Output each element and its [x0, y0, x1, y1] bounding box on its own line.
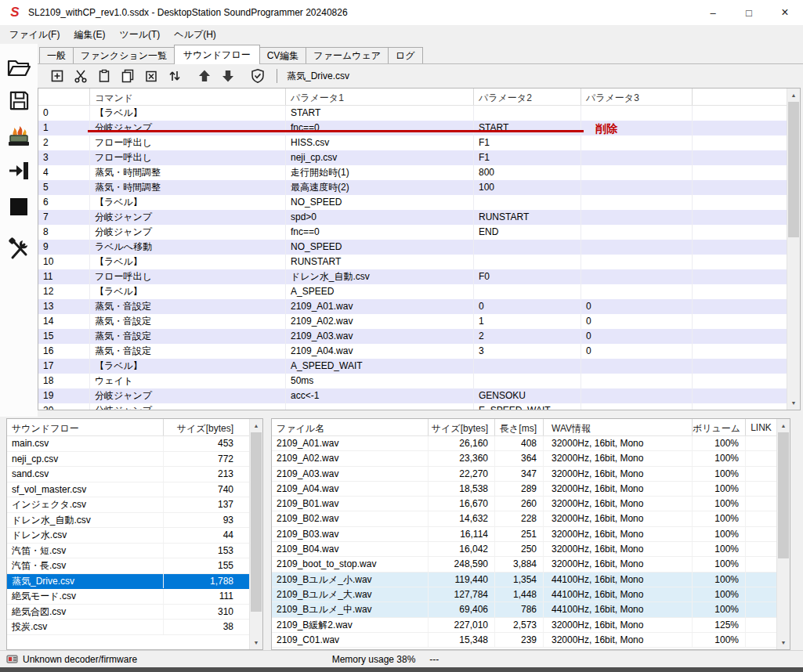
header-flow-size[interactable]: サイズ[bytes]: [164, 419, 249, 435]
flow-row-12[interactable]: 12【ラベル】A_SPEED: [38, 284, 787, 299]
wav-table-scrollbar[interactable]: ▲ ▼: [776, 419, 790, 649]
scrollbar-thumb[interactable]: [788, 102, 799, 237]
open-file-button[interactable]: [5, 53, 33, 81]
cut-button[interactable]: [71, 67, 90, 85]
header-sound-flow[interactable]: サウンドフロー: [7, 419, 164, 435]
scroll-up-icon[interactable]: ▲: [787, 89, 800, 102]
move-down-button[interactable]: [219, 67, 237, 85]
sound-flow-row[interactable]: sand.csv213: [7, 467, 249, 482]
paste-button[interactable]: [95, 67, 114, 85]
flow-row-17[interactable]: 17【ラベル】A_SPEED_WAIT: [38, 359, 787, 374]
sound-flow-row[interactable]: 汽笛・短.csv153: [7, 544, 249, 559]
flow-row-4[interactable]: 4蒸気・時間調整走行開始時(1)800: [38, 165, 787, 180]
wav-file-row[interactable]: 2109_Bユルメ_中.wav69,40678644100Hz, 16bit, …: [272, 602, 776, 617]
wav-file-row[interactable]: 2109_B04.wav16,04225032000Hz, 16bit, Mon…: [272, 542, 776, 557]
flow-row-19[interactable]: 19分岐ジャンプacc<-1GENSOKU: [38, 388, 787, 403]
flow-row-2[interactable]: 2フロー呼出しHISS.csvF1: [38, 135, 787, 150]
header-wav-info[interactable]: WAV情報: [544, 419, 693, 435]
sound-flow-row[interactable]: neji_cp.csv772: [7, 452, 249, 468]
header-volume[interactable]: ボリューム: [693, 419, 746, 435]
flow-row-6[interactable]: 6【ラベル】NO_SPEED: [38, 195, 787, 210]
flow-table-scrollbar[interactable]: ▲ ▼: [787, 89, 800, 410]
sound-flow-row[interactable]: 投炭.csv38: [7, 620, 249, 635]
flow-row-8[interactable]: 8分岐ジャンプfnc==0END: [38, 225, 787, 240]
close-button[interactable]: ×: [767, 0, 803, 25]
flow-row-14[interactable]: 14蒸気・音設定2109_A02.wav10: [38, 314, 787, 329]
menu-help[interactable]: ヘルプ(H): [167, 26, 223, 44]
wav-file-row[interactable]: 2109_A01.wav26,16040832000Hz, 16bit, Mon…: [272, 436, 776, 451]
wav-file-row[interactable]: 2109_C01.wav15,34823932000Hz, 16bit, Mon…: [272, 633, 776, 648]
tab-sound-flow[interactable]: サウンドフロー: [174, 45, 260, 64]
export-button[interactable]: [5, 157, 33, 185]
wav-file-row[interactable]: 2109_A04.wav18,53828932000Hz, 16bit, Mon…: [272, 482, 776, 497]
wav-file-row[interactable]: 2109_A03.wav22,27034732000Hz, 16bit, Mon…: [272, 467, 776, 482]
header-wav-size[interactable]: サイズ[bytes]: [429, 419, 495, 435]
minimize-button[interactable]: –: [695, 0, 731, 25]
scroll-down-icon[interactable]: ▼: [250, 636, 262, 649]
menu-file[interactable]: ファイル(F): [2, 26, 67, 44]
flow-row-20[interactable]: 20分岐ジャンプE_SPEED_WAIT: [38, 403, 787, 410]
wav-file-row[interactable]: 2109_B緩解2.wav227,0102,57332000Hz, 16bit,…: [272, 618, 776, 633]
flow-row-5[interactable]: 5蒸気・時間調整最高速度時(2)100: [38, 180, 787, 195]
add-row-button[interactable]: [48, 67, 67, 85]
flow-list-scrollbar[interactable]: ▲ ▼: [249, 419, 262, 649]
scroll-down-icon[interactable]: ▼: [787, 396, 800, 410]
scrollbar-thumb[interactable]: [251, 432, 262, 612]
tab-cv-edit[interactable]: CV編集: [259, 47, 307, 63]
move-up-button[interactable]: [195, 67, 214, 85]
tab-firmware[interactable]: ファームウェア: [306, 47, 389, 63]
sound-flow-row[interactable]: ドレン水_自動.csv93: [7, 513, 249, 529]
menu-tools[interactable]: ツール(T): [112, 26, 167, 44]
flow-row-10[interactable]: 10【ラベル】RUNSTART: [38, 255, 787, 269]
sound-flow-row[interactable]: 汽笛・長.csv155: [7, 558, 249, 574]
flow-row-16[interactable]: 16蒸気・音設定2109_A04.wav30: [38, 344, 787, 359]
sound-flow-row[interactable]: 絶気合図.csv310: [7, 605, 249, 620]
header-link[interactable]: LINK: [746, 419, 776, 435]
maximize-button[interactable]: □: [731, 0, 767, 25]
tab-general[interactable]: 一般: [39, 47, 74, 63]
header-wav-length[interactable]: 長さ[ms]: [495, 419, 544, 435]
flow-row-11[interactable]: 11フロー呼出しドレン水_自動.csvF0: [38, 269, 787, 284]
flow-row-0[interactable]: 0【ラベル】START: [38, 106, 787, 121]
sound-flow-row[interactable]: 蒸気_Drive.csv1,788: [7, 574, 249, 590]
wav-file-row[interactable]: 2109_B03.wav16,11425132000Hz, 16bit, Mon…: [272, 527, 776, 542]
sound-flow-row[interactable]: 絶気モード.csv111: [7, 589, 249, 605]
save-file-button[interactable]: [5, 86, 33, 114]
flow-row-18[interactable]: 18ウェイト50ms: [38, 374, 787, 388]
scrollbar-track[interactable]: [787, 102, 800, 396]
header-param2[interactable]: パラメータ2: [474, 89, 581, 105]
verify-button[interactable]: [248, 67, 267, 85]
wav-file-row[interactable]: 2109_A02.wav23,36036432000Hz, 16bit, Mon…: [272, 451, 776, 466]
stop-button[interactable]: [5, 193, 33, 221]
write-to-decoder-button[interactable]: [5, 122, 33, 150]
tab-function-list[interactable]: ファンクション一覧: [73, 47, 175, 63]
delete-row-button[interactable]: [142, 67, 161, 85]
flow-row-1[interactable]: 1分岐ジャンプfnc==0START: [38, 121, 787, 135]
flow-row-7[interactable]: 7分岐ジャンプspd>0RUNSTART: [38, 210, 787, 225]
wav-file-row[interactable]: 2109_B02.wav14,63222832000Hz, 16bit, Mon…: [272, 511, 776, 526]
menu-edit[interactable]: 編集(E): [67, 26, 112, 44]
scrollbar-thumb[interactable]: [778, 432, 789, 558]
scroll-down-icon[interactable]: ▼: [777, 636, 790, 649]
scrollbar-track[interactable]: [250, 432, 262, 636]
copy-button[interactable]: [118, 67, 137, 85]
wav-file-row[interactable]: 2109_Bユルメ_大.wav127,7841,44844100Hz, 16bi…: [272, 587, 776, 602]
flow-row-15[interactable]: 15蒸気・音設定2109_A03.wav20: [38, 329, 787, 344]
scrollbar-track[interactable]: [777, 432, 790, 636]
scroll-up-icon[interactable]: ▲: [250, 419, 262, 432]
sound-flow-row[interactable]: インジェクタ.csv137: [7, 497, 249, 513]
header-param3[interactable]: パラメータ3: [581, 89, 693, 105]
header-file-name[interactable]: ファイル名: [272, 419, 429, 435]
flow-row-9[interactable]: 9ラベルへ移動NO_SPEED: [38, 240, 787, 255]
header-param1[interactable]: パラメータ1: [286, 89, 474, 105]
sound-flow-row[interactable]: ドレン水.csv44: [7, 528, 249, 544]
header-command[interactable]: コマンド: [90, 89, 286, 105]
scroll-up-icon[interactable]: ▲: [777, 419, 790, 432]
flow-row-3[interactable]: 3フロー呼出しneji_cp.csvF1: [38, 150, 787, 165]
wav-file-row[interactable]: 2109_B01.wav16,67026032000Hz, 16bit, Mon…: [272, 497, 776, 511]
wav-file-row[interactable]: 2109_boot_to_stop.wav248,5903,88432000Hz…: [272, 557, 776, 572]
tools-button[interactable]: [5, 235, 33, 263]
sound-flow-row[interactable]: main.csv453: [7, 436, 249, 452]
swap-rows-button[interactable]: [165, 67, 184, 85]
tab-log[interactable]: ログ: [388, 47, 423, 63]
